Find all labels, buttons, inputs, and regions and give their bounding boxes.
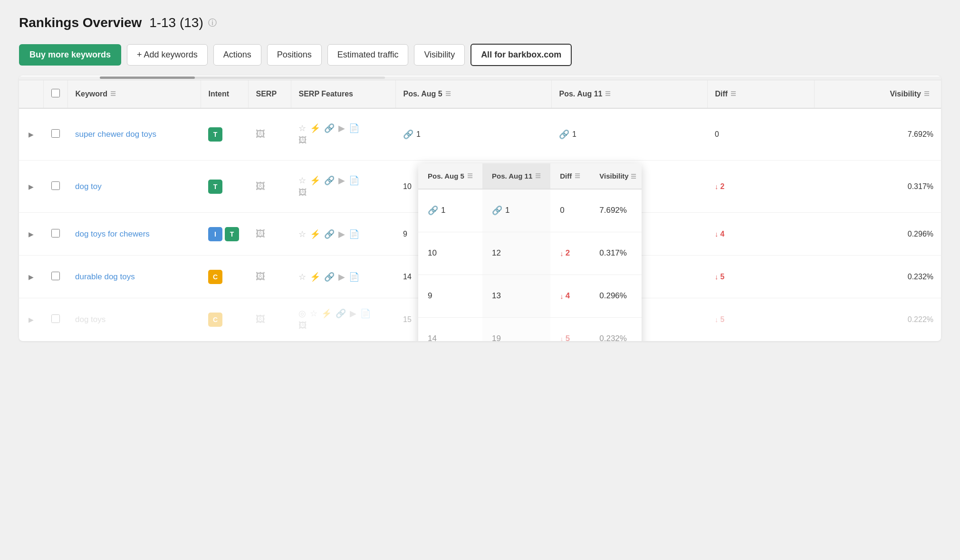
diff-down-arrow: ↓ [715,230,719,238]
intent-badge-t: T [208,127,222,142]
row-checkbox[interactable] [51,314,60,323]
visibility-cell: 0.222% [815,298,941,341]
pos5-link-icon: 🔗 [403,129,413,140]
expand-button[interactable]: ▶ [27,271,36,283]
table-row: ▶ super chewer dog toys T 🖼 [19,108,941,161]
add-keywords-button[interactable]: + Add keywords [127,44,208,66]
feat-lightning-icon: ⚡ [310,272,320,282]
rankings-table-container: Keyword ☰ Intent SERP [19,76,941,341]
feat-video-icon: ▶ [350,308,356,319]
feat-video-icon: ▶ [338,272,345,282]
diff-cell: ↓4 [707,213,815,256]
overlay-th-pos11[interactable]: Pos. Aug 11 ☰ [482,163,550,189]
row-checkbox[interactable] [51,229,60,237]
feat-doc-icon: 📄 [349,229,359,239]
th-pos-aug5[interactable]: Pos. Aug 5 ☰ [395,80,551,108]
pos-aug5-cell: 🔗 1 [395,108,551,161]
row-checkbox[interactable] [51,272,60,280]
keyword-link[interactable]: super chewer dog toys [75,130,156,139]
diff-down-arrow: ↓ [560,335,564,341]
feat-video-icon: ▶ [338,229,345,239]
scroll-thumb[interactable] [100,76,195,79]
keyword-link[interactable]: dog toy [75,182,102,191]
diff-cell: ↓5 [707,256,815,298]
feat-loc-icon: ◎ [298,308,306,319]
scroll-track [100,76,385,79]
row-checkbox[interactable] [51,129,60,138]
intent-badge-i: I [208,227,222,241]
overlay-row: 🔗 1 🔗 1 0 7.692% [418,189,642,232]
all-for-button[interactable]: All for barkbox.com [470,44,572,66]
serp-features-row2: 🖼 [298,321,388,331]
expand-button[interactable]: ▶ [27,228,36,240]
overlay-diff-cell: ↓5 [550,317,590,341]
overlay-panel: Pos. Aug 5 ☰ Pos. Aug 11 ☰ [418,163,642,341]
serp-features: ☆ ⚡ 🔗 ▶ 📄 [298,272,388,282]
overlay-pos5-cell: 🔗 1 [418,189,482,232]
expand-button[interactable]: ▶ [27,314,36,325]
positions-button[interactable]: Positions [267,44,322,66]
feat-image-icon: 🖼 [298,135,307,145]
overlay-vis-cell: 0.317% [590,232,642,275]
intent-group: I T [208,227,240,241]
info-icon[interactable]: ⓘ [208,17,217,28]
buy-keywords-button[interactable]: Buy more keywords [19,44,121,66]
overlay-table: Pos. Aug 5 ☰ Pos. Aug 11 ☰ [418,163,642,341]
feat-link-icon: 🔗 [324,229,335,239]
select-all-checkbox[interactable] [51,89,60,97]
overlay-pos11-sort-icon: ☰ [535,172,541,180]
feat-link-icon: 🔗 [324,123,335,133]
intent-badge-t: T [225,227,239,241]
expand-button[interactable]: ▶ [27,129,36,140]
overlay-th-pos5[interactable]: Pos. Aug 5 ☰ [418,163,482,189]
diff-down-arrow: ↓ [560,292,564,300]
th-expand [19,80,43,108]
serp-features-row1: ☆ ⚡ 🔗 ▶ 📄 [298,175,388,186]
feat-doc-icon: 📄 [360,308,371,319]
overlay-vis-cell: 0.296% [590,275,642,317]
overlay-diff-cell: ↓2 [550,232,590,275]
th-pos-aug11[interactable]: Pos. Aug 11 ☰ [551,80,707,108]
visibility-cell: 0.296% [815,213,941,256]
feat-star-icon: ☆ [298,175,306,186]
page-range: 1-13 (13) [145,15,203,30]
estimated-traffic-button[interactable]: Estimated traffic [327,44,409,66]
feat-video-icon: ▶ [338,123,345,133]
overlay-pos5-cell: 9 [418,275,482,317]
toolbar: Buy more keywords + Add keywords Actions… [19,44,941,76]
keyword-link[interactable]: durable dog toys [75,272,135,281]
feat-doc-icon: 📄 [349,123,359,133]
overlay-pos11-cell: 12 [482,232,550,275]
pos-aug11-cell: 🔗 1 [551,108,707,161]
feat-star-icon: ☆ [298,229,306,239]
actions-button[interactable]: Actions [213,44,261,66]
serp-icon: 🖼 [256,228,265,239]
overlay-th-visibility[interactable]: Visibility ☰ [590,163,642,189]
th-diff[interactable]: Diff ☰ [707,80,815,108]
row-checkbox[interactable] [51,181,60,190]
keyword-link[interactable]: dog toys for chewers [75,229,150,238]
expand-button[interactable]: ▶ [27,181,36,192]
overlay-pos5-cell: 10 [418,232,482,275]
intent-badge-t: T [208,180,222,194]
overlay-pos11-cell: 13 [482,275,550,317]
visibility-cell: 0.232% [815,256,941,298]
feat-image-icon: 🖼 [298,321,307,331]
th-visibility[interactable]: Visibility ☰ [815,80,941,108]
th-intent[interactable]: Intent [201,80,248,108]
header-row: Rankings Overview 1-13 (13) ⓘ [19,15,941,30]
visibility-button[interactable]: Visibility [414,44,465,66]
diff-down-arrow: ↓ [715,315,719,323]
overlay-vis-cell: 0.232% [590,317,642,341]
th-serp[interactable]: SERP [248,80,291,108]
diff-cell: ↓2 [707,161,815,213]
feat-lightning-icon: ⚡ [310,175,320,186]
th-serp-features[interactable]: SERP Features [291,80,395,108]
th-keyword[interactable]: Keyword ☰ [67,80,201,108]
intent-badge-c: C [208,313,222,327]
page-title: Rankings Overview [19,15,142,30]
overlay-th-diff[interactable]: Diff ☰ [550,163,590,189]
serp-icon: 🖼 [256,271,265,282]
diff-cell: 0 [707,108,815,161]
overlay-diff-cell: ↓4 [550,275,590,317]
